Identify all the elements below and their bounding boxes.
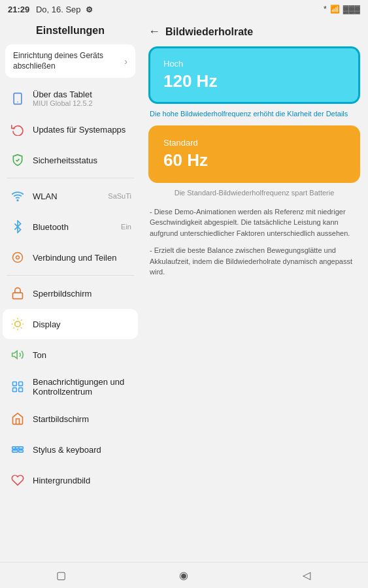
sidebar-item-connection[interactable]: Verbindung und Teilen — [3, 242, 138, 272]
sidebar-label-wlan: WLAN — [33, 191, 101, 201]
svg-point-2 — [17, 200, 18, 201]
divider-1 — [7, 178, 134, 178]
sidebar-item-wallpaper[interactable]: Hintergrundbild — [3, 465, 138, 495]
sidebar-label-connection: Verbindung und Teilen — [33, 253, 131, 263]
nav-square-icon: ▢ — [56, 569, 66, 581]
sidebar-label-notif: Benachrichtigungen und Kontrollzentrum — [33, 377, 131, 397]
wifi-icon — [9, 188, 26, 204]
sidebar-label-stylus: Stylus & keyboard — [33, 445, 131, 455]
bluetooth-status: Ein — [121, 223, 131, 231]
sidebar-item-sound[interactable]: Ton — [3, 340, 138, 370]
battery-icon: ▓▓▓ — [343, 5, 360, 14]
sidebar-item-home-content: Startbildschirm — [33, 414, 131, 424]
status-bar: 21:29 Do, 16. Sep ⚙ * 📶 ▓▓▓ — [0, 0, 368, 18]
sidebar-item-bluetooth-content: Bluetooth — [33, 222, 114, 232]
sidebar-item-wlan[interactable]: WLAN SaSuTi — [3, 181, 138, 211]
security-icon — [9, 152, 26, 169]
svg-line-13 — [21, 320, 22, 321]
display-icon — [9, 316, 26, 333]
setup-card-arrow: › — [124, 56, 127, 67]
setup-card[interactable]: Einrichtung deines Geräts abschließen › — [5, 44, 135, 78]
sidebar-item-tablet[interactable]: Über das Tablet MIUI Global 12.5.2 — [3, 83, 138, 114]
sidebar-item-home[interactable]: Startbildschirm — [3, 404, 138, 434]
svg-rect-4 — [13, 293, 23, 299]
nav-circle-icon: ◉ — [179, 569, 188, 581]
nav-circle-button[interactable]: ◉ — [171, 566, 197, 585]
bluetooth-status-icon: * — [324, 5, 327, 14]
panel-header: ← Bildwiederholrate — [141, 18, 368, 44]
sidebar-item-sound-content: Ton — [33, 350, 131, 360]
connection-icon — [9, 249, 26, 266]
sidebar-item-display[interactable]: Display — [3, 309, 138, 339]
notif-icon — [9, 378, 26, 395]
standard-freq-card[interactable]: Standard 60 Hz — [148, 125, 360, 183]
freq-desc-2: - Erzielt die beste Balance zwischen Bew… — [150, 245, 359, 278]
svg-marker-14 — [12, 351, 18, 359]
wallpaper-icon — [9, 472, 26, 489]
sidebar-item-bluetooth[interactable]: Bluetooth Ein — [3, 212, 138, 242]
lock-icon — [9, 285, 26, 302]
bottom-nav: ▢ ◉ ◁ — [0, 562, 368, 588]
svg-rect-23 — [19, 450, 24, 452]
nav-triangle-button[interactable]: ◁ — [293, 566, 320, 585]
sidebar-item-security[interactable]: Sicherheitsstatus — [3, 145, 138, 175]
standard-freq-note: Die Standard-Bildwiederholfrequenz spart… — [150, 188, 359, 198]
standard-freq-label: Standard — [163, 138, 345, 148]
sidebar-item-wallpaper-content: Hintergrundbild — [33, 476, 131, 485]
high-freq-card[interactable]: Hoch 120 Hz — [148, 46, 360, 104]
sidebar-item-wlan-content: WLAN — [33, 191, 101, 201]
status-time-date: 21:29 Do, 16. Sep ⚙ — [8, 5, 93, 14]
svg-rect-15 — [13, 382, 17, 386]
svg-rect-21 — [19, 447, 24, 449]
standard-freq-value: 60 Hz — [163, 150, 345, 171]
wlan-sub: SaSuTi — [108, 192, 131, 200]
right-panel: ← Bildwiederholrate Hoch 120 Hz Die hohe… — [141, 18, 368, 562]
sidebar-item-stylus-content: Stylus & keyboard — [33, 445, 131, 455]
date: Do, 16. Sep — [36, 5, 81, 14]
sidebar-label-tablet: Über das Tablet — [33, 90, 131, 99]
sidebar-item-updates-content: Updates für Systemapps — [33, 125, 131, 135]
sidebar-item-notif-content: Benachrichtigungen und Kontrollzentrum — [33, 377, 131, 397]
divider-2 — [7, 275, 134, 276]
sidebar-item-stylus[interactable]: Stylus & keyboard — [3, 434, 138, 465]
sidebar-item-updates[interactable]: Updates für Systemapps — [3, 114, 138, 144]
sidebar-label-home: Startbildschirm — [33, 414, 131, 424]
sidebar-title: Einstellungen — [0, 18, 141, 42]
svg-point-1 — [17, 101, 18, 103]
svg-line-12 — [14, 327, 14, 328]
sidebar: Einstellungen Einrichtung deines Geräts … — [0, 18, 141, 562]
nav-square-button[interactable]: ▢ — [48, 566, 75, 585]
svg-rect-22 — [12, 450, 18, 452]
sidebar-label-updates: Updates für Systemapps — [33, 125, 131, 135]
sidebar-item-lock[interactable]: Sperrbildschirm — [3, 278, 138, 308]
svg-rect-18 — [19, 388, 23, 392]
sidebar-item-notif[interactable]: Benachrichtigungen und Kontrollzentrum — [3, 370, 138, 403]
sidebar-label-bluetooth: Bluetooth — [33, 222, 114, 232]
status-icons: * 📶 ▓▓▓ — [324, 5, 360, 14]
svg-point-3 — [16, 256, 20, 259]
wifi-status-icon: 📶 — [330, 5, 340, 14]
high-freq-value: 120 Hz — [163, 71, 345, 91]
sidebar-label-display: Display — [33, 319, 131, 329]
setup-card-text: Einrichtung deines Geräts abschließen — [13, 51, 124, 71]
time: 21:29 — [8, 5, 29, 14]
sidebar-item-connection-content: Verbindung und Teilen — [33, 253, 131, 263]
back-button[interactable]: ← — [148, 25, 160, 39]
nav-triangle-icon: ◁ — [303, 569, 310, 581]
sidebar-item-display-content: Display — [33, 319, 131, 329]
sidebar-item-tablet-content: Über das Tablet MIUI Global 12.5.2 — [33, 90, 131, 107]
svg-rect-17 — [13, 388, 17, 392]
high-freq-label: Hoch — [163, 59, 345, 69]
svg-point-5 — [15, 321, 20, 327]
sound-icon — [9, 346, 26, 363]
sidebar-label-security: Sicherheitsstatus — [33, 155, 131, 165]
sidebar-label-sound: Ton — [33, 350, 131, 360]
freq-desc-1: - Diese Demo-Animationen werden als Refe… — [150, 206, 359, 239]
tablet-icon — [9, 90, 26, 107]
sidebar-item-security-content: Sicherheitsstatus — [33, 155, 131, 165]
bluetooth-icon — [9, 218, 26, 235]
svg-line-8 — [14, 320, 14, 321]
update-icon — [9, 121, 26, 138]
svg-line-9 — [21, 327, 22, 328]
sidebar-sub-tablet: MIUI Global 12.5.2 — [33, 99, 131, 107]
